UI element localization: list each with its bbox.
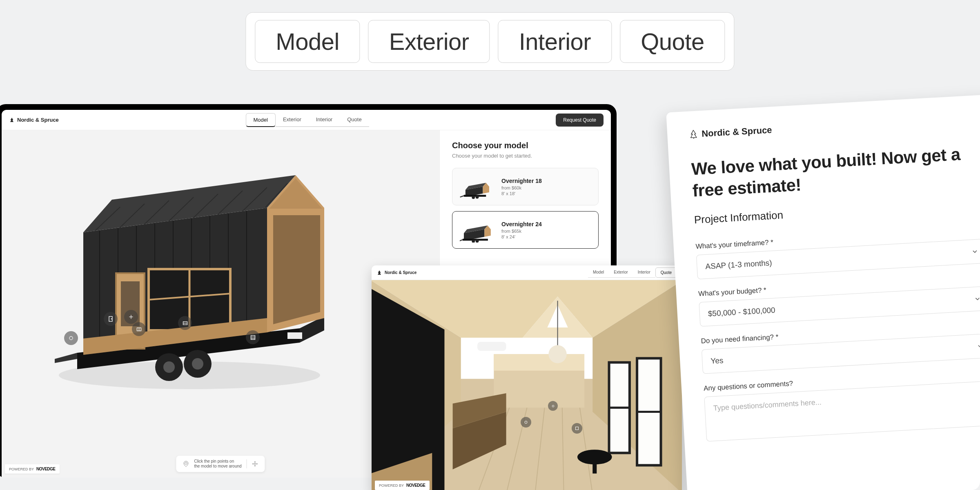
desktop-tab-interior[interactable]: Interior — [309, 113, 340, 127]
model-name: Overnighter 24 — [501, 221, 542, 227]
brand-text: Nordic & Spruce — [385, 270, 416, 275]
desktop-tab-quote[interactable]: Quote — [340, 113, 369, 127]
brand-mark: Nordic & Spruce — [376, 270, 416, 276]
tab-exterior[interactable]: Exterior — [368, 20, 490, 63]
svg-line-57 — [460, 196, 464, 197]
laptop-tab-quote[interactable]: Quote — [655, 267, 677, 278]
model-dims: 8' x 24' — [501, 234, 542, 239]
trailer-hotspot[interactable] — [64, 331, 78, 345]
powered-brand: NOVEDGE — [406, 483, 425, 488]
laptop-tabs: Model Exterior Interior Quote — [588, 267, 677, 278]
chevron-down-icon — [976, 342, 980, 350]
svg-rect-46 — [251, 335, 255, 339]
interior-viewer[interactable]: POWERED BY NOVEDGE — [372, 280, 682, 490]
laptop-tab-model[interactable]: Model — [588, 267, 609, 278]
interior-render — [372, 280, 682, 490]
svg-point-93 — [552, 405, 554, 407]
tab-interior[interactable]: Interior — [498, 20, 612, 63]
financing-value: Yes — [710, 356, 724, 366]
tab-quote[interactable]: Quote — [620, 20, 725, 63]
svg-point-39 — [111, 318, 111, 319]
brand-mark: Nordic & Spruce — [689, 113, 980, 140]
brand-mark: Nordic & Spruce — [9, 117, 59, 123]
desktop-appbar: Nordic & Spruce Model Exterior Interior … — [2, 110, 611, 130]
desktop-tabs: Model Exterior Interior Quote — [246, 113, 369, 127]
svg-rect-37 — [287, 332, 302, 339]
choose-subtitle: Choose your model to get started. — [452, 153, 599, 159]
window-center-hotspot[interactable] — [132, 322, 146, 336]
svg-point-49 — [69, 336, 73, 340]
choose-title: Choose your model — [452, 141, 599, 150]
move-icon — [252, 461, 258, 467]
brand-text: Nordic & Spruce — [17, 117, 59, 123]
svg-point-50 — [185, 462, 187, 464]
svg-rect-90 — [592, 457, 597, 473]
svg-point-56 — [476, 196, 479, 199]
pin-icon — [183, 461, 189, 467]
svg-rect-54 — [464, 195, 486, 197]
svg-marker-29 — [273, 215, 320, 324]
laptop-device-frame: Nordic & Spruce Model Exterior Interior … — [372, 265, 682, 490]
svg-point-55 — [472, 196, 475, 199]
tiny-house-model — [38, 147, 332, 416]
svg-point-6 — [192, 358, 203, 370]
svg-rect-61 — [463, 239, 488, 241]
siding-hotspot[interactable] — [246, 330, 260, 344]
svg-rect-82 — [477, 342, 506, 351]
quote-headline: We love what you built! Now get a free e… — [691, 143, 980, 202]
model-card-overnighter-24[interactable]: Overnighter 24 from $65k 8' x 24' — [452, 211, 599, 249]
svg-point-63 — [476, 239, 479, 243]
quote-form-card: Nordic & Spruce We love what you built! … — [666, 94, 980, 490]
top-tabbar: Model Exterior Interior Quote — [245, 12, 734, 71]
model-price: from $60k — [501, 185, 542, 190]
powered-prefix: POWERED BY — [9, 467, 34, 471]
interior-hotspot-back[interactable] — [548, 401, 558, 411]
quote-section-title: Project Information — [694, 198, 980, 227]
model-thumb-icon — [460, 174, 493, 199]
desktop-tab-model[interactable]: Model — [246, 113, 276, 127]
model-name: Overnighter 18 — [501, 178, 542, 184]
model-thumb-icon — [460, 217, 493, 243]
tree-icon — [376, 270, 382, 276]
window-right-hotspot[interactable] — [178, 316, 192, 330]
powered-by-badge: POWERED BY NOVEDGE — [5, 464, 60, 474]
svg-line-64 — [460, 240, 463, 241]
svg-rect-81 — [494, 354, 584, 370]
model-dims: 8' x 18' — [501, 191, 542, 196]
powered-prefix: POWERED BY — [379, 483, 404, 488]
viewer-hint: Click the pin points on the model to mov… — [176, 456, 265, 472]
laptop-tab-exterior[interactable]: Exterior — [609, 267, 633, 278]
tree-icon — [9, 117, 15, 123]
svg-point-4 — [163, 361, 175, 373]
powered-by-badge: POWERED BY NOVEDGE — [375, 481, 430, 490]
budget-value: $50,000 - $100,000 — [708, 306, 775, 318]
svg-marker-7 — [55, 353, 77, 363]
chevron-down-icon — [971, 248, 979, 256]
timeframe-value: ASAP (1-3 months) — [705, 258, 772, 271]
model-price: from $65k — [501, 229, 542, 234]
svg-point-84 — [548, 345, 566, 363]
interior-hotspot-right[interactable] — [572, 423, 582, 434]
desktop-tab-exterior[interactable]: Exterior — [276, 113, 309, 127]
window-left-hotspot[interactable] — [124, 310, 138, 324]
tab-model[interactable]: Model — [255, 20, 360, 63]
svg-rect-92 — [576, 427, 579, 430]
interior-hotspot-center[interactable] — [521, 417, 531, 428]
brand-text: Nordic & Spruce — [702, 125, 773, 139]
chevron-down-icon — [973, 295, 980, 303]
divider — [247, 459, 247, 468]
model-card-overnighter-18[interactable]: Overnighter 18 from $60k 8' x 18' — [452, 168, 599, 205]
laptop-appbar: Nordic & Spruce Model Exterior Interior … — [372, 265, 682, 280]
tree-icon — [689, 130, 698, 139]
laptop-tab-interior[interactable]: Interior — [633, 267, 655, 278]
request-quote-button[interactable]: Request Quote — [556, 114, 604, 127]
door-hotspot[interactable] — [104, 312, 118, 326]
powered-brand: NOVEDGE — [36, 467, 56, 471]
svg-point-91 — [525, 421, 527, 423]
hint-text: Click the pin points on the model to mov… — [194, 459, 241, 469]
